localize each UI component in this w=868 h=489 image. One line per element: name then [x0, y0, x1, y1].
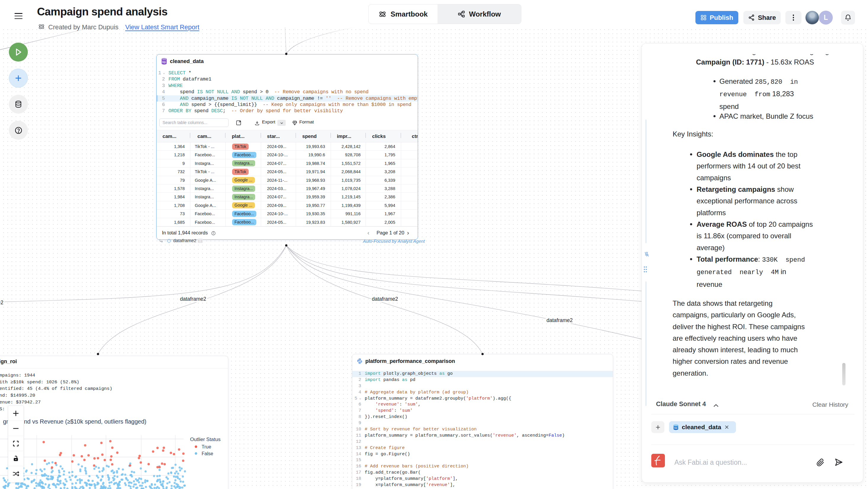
svg-text:SQL: SQL — [162, 61, 166, 63]
svg-text:False: False — [202, 451, 213, 456]
svg-text:Outlier Status: Outlier Status — [190, 437, 221, 442]
svg-text:True: True — [202, 444, 211, 449]
svg-text:SQL: SQL — [674, 427, 678, 429]
